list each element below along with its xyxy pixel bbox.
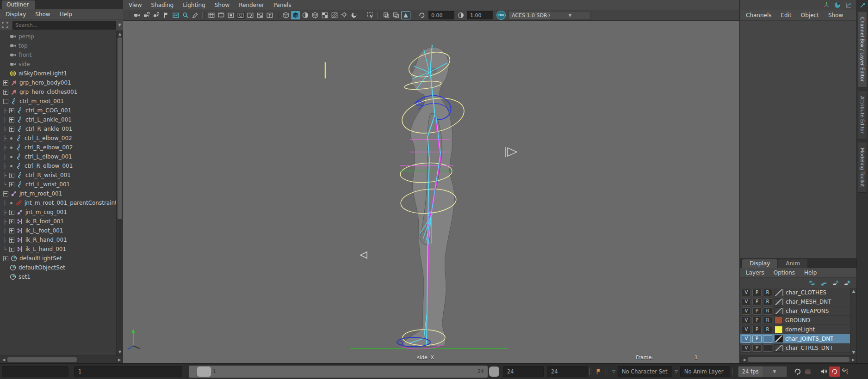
range-start-field[interactable] <box>2 366 68 377</box>
smooth-shade-icon[interactable] <box>291 11 300 19</box>
outliner-item[interactable]: jnt_m_root_001 <box>0 189 116 198</box>
outliner-item[interactable]: front <box>0 50 116 60</box>
expand-toggle-icon[interactable] <box>9 127 14 132</box>
menu-renderer[interactable]: Renderer <box>239 2 264 8</box>
outliner-item[interactable]: side <box>0 60 116 69</box>
tab-display[interactable]: Display <box>742 259 777 268</box>
layer-visibility-toggle[interactable]: V <box>742 307 751 315</box>
exposure-icon[interactable] <box>417 11 427 19</box>
outliner-hscrollbar[interactable]: ◀ ▶ <box>0 355 123 363</box>
menu-layers[interactable]: Layers <box>746 269 764 276</box>
shadows-icon[interactable] <box>320 11 329 19</box>
layer-display-type-toggle[interactable]: R <box>763 289 772 296</box>
animation-preferences-icon[interactable] <box>840 367 850 376</box>
move-layer-down-icon[interactable] <box>820 280 827 286</box>
pan-zoom-icon[interactable] <box>181 11 190 19</box>
search-input[interactable] <box>12 21 116 30</box>
layer-row[interactable]: V P R GROUND <box>740 316 850 325</box>
outliner-item[interactable]: ctrl_R_elbow_002 <box>0 143 116 152</box>
outliner-tab[interactable]: Outliner <box>2 0 35 9</box>
outliner-item[interactable]: ctrl_m_root_001 <box>0 97 116 106</box>
outliner-item[interactable]: top <box>0 41 116 50</box>
layer-visibility-toggle[interactable]: V <box>742 317 751 324</box>
scroll-left-icon[interactable]: ◀ <box>0 358 7 362</box>
color-management-toggle[interactable]: ON <box>496 11 506 20</box>
fps-dropdown[interactable]: 24 fps ▼ <box>738 366 787 377</box>
tab-channel-box-layer-editor[interactable]: Channel Box / Layer Editor <box>858 11 867 88</box>
xray-icon[interactable] <box>349 11 359 19</box>
menu-help[interactable]: Help <box>804 269 817 276</box>
expand-toggle-icon[interactable] <box>9 219 14 224</box>
layer-row[interactable]: V P R domeLight <box>740 325 850 334</box>
outliner-item[interactable]: ik_R_foot_001 <box>0 217 116 226</box>
expand-toggle-icon[interactable] <box>9 228 14 233</box>
expand-toggle-icon[interactable] <box>9 108 14 113</box>
layer-row[interactable]: V P R char_CLOTHES <box>740 288 850 297</box>
expand-toggle-icon[interactable] <box>9 173 14 178</box>
outliner-item[interactable]: ik_L_foot_001 <box>0 226 116 235</box>
outliner-item[interactable]: ik_L_hand_001 <box>0 245 116 254</box>
scroll-right-icon[interactable]: ▶ <box>849 358 857 362</box>
outliner-item[interactable]: persp <box>0 32 116 41</box>
expand-toggle-icon[interactable] <box>9 136 13 141</box>
layer-color-swatch[interactable] <box>775 326 783 333</box>
gamma-icon[interactable] <box>456 11 465 19</box>
scroll-up-icon[interactable]: ▲ <box>117 31 123 37</box>
auto-keyframe-toggle[interactable] <box>829 367 840 377</box>
camera-attributes-icon[interactable] <box>152 11 161 19</box>
scroll-down-icon[interactable]: ▼ <box>117 349 123 355</box>
outliner-item[interactable]: jnt_m_root_001_parentConstraint1 <box>0 198 116 208</box>
anim-layer-field[interactable]: No Anim Layer <box>680 366 730 377</box>
default-material-icon[interactable] <box>340 11 349 19</box>
scroll-left-icon[interactable]: ◀ <box>740 358 748 362</box>
move-layer-up-icon[interactable] <box>809 280 816 286</box>
expand-toggle-icon[interactable] <box>3 99 8 104</box>
expand-toggle-icon[interactable] <box>9 238 14 243</box>
move-tool-axis-icon[interactable] <box>823 1 830 9</box>
layer-display-type-toggle[interactable]: R <box>763 317 772 324</box>
expand-toggle-icon[interactable] <box>9 117 14 122</box>
safe-action-icon[interactable] <box>255 11 265 19</box>
outliner-item[interactable]: grp_hero_clothes001 <box>0 87 116 97</box>
textured-icon[interactable] <box>301 11 310 19</box>
menu-show[interactable]: Show <box>215 2 229 8</box>
outliner-item[interactable]: jnt_m_cog_001 <box>0 208 116 217</box>
screen-space-ao-icon[interactable] <box>382 11 391 19</box>
layer-display-type-toggle[interactable]: R <box>763 298 772 306</box>
new-layer-from-selected-icon[interactable] <box>843 280 850 286</box>
layer-color-swatch[interactable] <box>775 298 783 306</box>
outliner-item[interactable]: ctrl_L_elbow_002 <box>0 134 116 143</box>
outliner-tree[interactable]: persp top front <box>0 31 116 355</box>
expand-toggle-icon[interactable] <box>9 201 13 205</box>
tab-anim[interactable]: Anim <box>778 259 807 268</box>
scroll-right-icon[interactable]: ▶ <box>116 358 123 362</box>
safe-title-icon[interactable] <box>265 11 274 19</box>
playback-start-field[interactable]: 1 <box>74 366 182 377</box>
outliner-item[interactable]: grp_hero_body001 <box>0 78 116 87</box>
layer-row[interactable]: V P R char_MESH_DNT <box>740 297 850 306</box>
playback-end-field[interactable]: 24 <box>503 366 544 377</box>
graph-editor-icon[interactable] <box>845 1 852 9</box>
layer-display-type-toggle[interactable] <box>763 335 772 342</box>
outliner-item[interactable]: ctrl_R_ankle_001 <box>0 124 116 134</box>
expand-toggle-icon[interactable] <box>9 182 14 187</box>
layer-visibility-toggle[interactable]: V <box>742 289 751 296</box>
scroll-thumb[interactable] <box>118 37 122 219</box>
image-plane-icon[interactable] <box>171 11 180 19</box>
layer-row[interactable]: V P R char_WEAPONS <box>740 306 850 316</box>
wireframe-icon[interactable] <box>281 11 291 19</box>
tab-attribute-editor[interactable]: Attribute Editor <box>858 90 867 140</box>
expand-toggle-icon[interactable] <box>3 80 8 86</box>
outliner-menu-display[interactable]: Display <box>6 11 26 18</box>
outliner-item[interactable]: aiSkyDomeLight1 <box>0 69 116 78</box>
menu-options[interactable]: Options <box>774 269 795 276</box>
new-empty-layer-icon[interactable] <box>832 280 839 286</box>
outliner-item[interactable]: ctrl_L_wrist_001 <box>0 180 116 189</box>
view-transform-dropdown[interactable]: ACES 1.0 SDR-video (sRGB) ▼ <box>508 11 591 20</box>
bookmark-add-icon[interactable] <box>594 367 604 376</box>
layer-color-swatch[interactable] <box>775 335 783 342</box>
viewport-canvas[interactable]: side -X Frame: 1 <box>123 21 740 363</box>
chevron-down-icon[interactable]: ▼ <box>763 367 787 377</box>
layer-visibility-toggle[interactable]: V <box>742 335 751 342</box>
time-slider[interactable]: 1 24 <box>189 366 488 378</box>
